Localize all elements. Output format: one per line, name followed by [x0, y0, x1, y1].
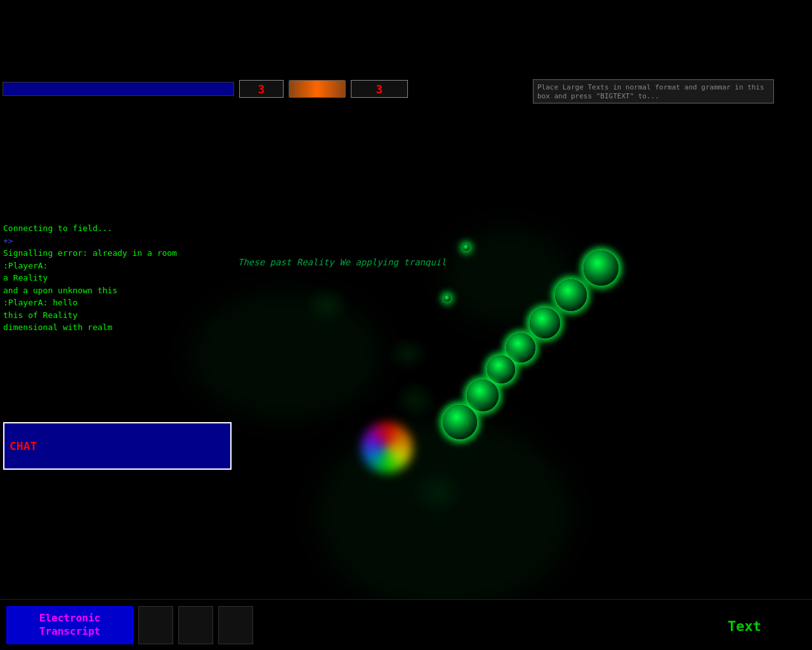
log-line-1: Connecting to field... — [3, 222, 238, 235]
log-line-7: :PlayerA: hello — [3, 296, 238, 309]
log-line-8: this of Reality — [3, 309, 238, 322]
log-line-3: Signalling error: already in a room — [3, 247, 238, 260]
bottom-bar: Electronic Transcript Text — [0, 599, 812, 650]
orb-5 — [530, 308, 560, 338]
health-bar — [3, 82, 234, 96]
chat-box[interactable]: CHAT — [3, 422, 232, 470]
large-text-input[interactable]: Place Large Texts in normal format and g… — [533, 79, 774, 103]
shadow-creature-4 — [412, 470, 463, 514]
shadow-creature-3 — [393, 381, 438, 419]
log-line-6: and a upon unknown this — [3, 284, 238, 297]
orb-6 — [506, 333, 535, 362]
electronic-label-line1: Electronic — [39, 612, 100, 625]
item-sprite — [289, 80, 346, 98]
large-text-placeholder: Place Large Texts in normal format and g… — [537, 83, 764, 100]
orb-2 — [444, 295, 450, 302]
log-line-5: a Reality — [3, 272, 238, 284]
bottom-box-2[interactable] — [178, 606, 213, 644]
log-line-4: :PlayerA: — [3, 260, 238, 272]
game-world — [0, 102, 812, 650]
orb-8 — [467, 380, 499, 411]
shadow-creature-2 — [387, 336, 428, 371]
orb-3 — [584, 251, 619, 286]
bottom-box-1[interactable] — [138, 606, 173, 644]
orb-9 — [443, 405, 477, 439]
text-label-right: Text — [728, 618, 761, 634]
console-log: Connecting to field... +> Signalling err… — [3, 222, 238, 334]
electronic-button[interactable]: Electronic Transcript — [6, 606, 133, 644]
center-floating-text: These past Reality We applying tranquil — [238, 257, 447, 267]
orb-4 — [555, 279, 587, 311]
orb-1 — [463, 244, 469, 251]
log-line-9: dimensional with realm — [3, 321, 238, 334]
energy-blob — [362, 422, 412, 473]
orb-7 — [487, 355, 515, 383]
electronic-label-line2: Transcript — [39, 625, 100, 639]
log-line-2: +> — [3, 235, 238, 248]
bottom-box-3[interactable] — [218, 606, 253, 644]
shadow-creature-1 — [304, 286, 349, 324]
counter-1: 3 — [239, 80, 284, 98]
chat-label: CHAT — [10, 439, 37, 453]
counter-2: 3 — [351, 80, 408, 98]
